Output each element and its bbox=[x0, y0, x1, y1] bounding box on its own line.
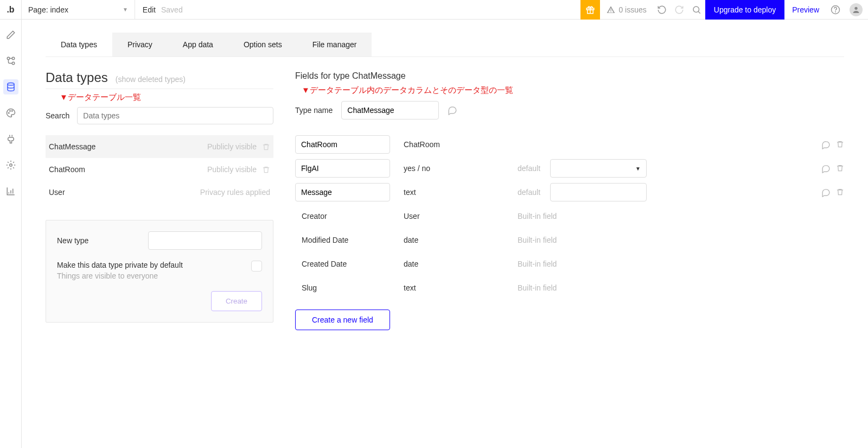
type-row[interactable]: ChatMessagePublicly visible bbox=[46, 135, 273, 158]
page-selector[interactable]: Page: index ▼ bbox=[22, 0, 135, 20]
type-row[interactable]: UserPrivacy rules applied bbox=[46, 181, 273, 204]
field-row: CreatorUserBuilt-in field bbox=[295, 204, 844, 228]
fields-heading: Fields for type ChatMessage bbox=[295, 71, 844, 81]
workflow-icon bbox=[6, 56, 16, 66]
undo-button[interactable] bbox=[653, 0, 671, 20]
tab-file-manager[interactable]: File manager bbox=[297, 33, 372, 56]
new-type-box: New type Make this data type private by … bbox=[46, 220, 273, 323]
type-name-input[interactable] bbox=[341, 101, 439, 119]
field-name-input[interactable] bbox=[295, 183, 390, 201]
type-name: User bbox=[49, 188, 65, 197]
svg-point-2 bbox=[693, 7, 699, 12]
redo-icon bbox=[674, 5, 684, 15]
default-label: default bbox=[518, 188, 550, 197]
field-delete-button[interactable] bbox=[836, 140, 844, 149]
field-type: yes / no bbox=[404, 164, 518, 173]
builtin-label: Built-in field bbox=[518, 283, 557, 292]
default-label: default bbox=[518, 164, 550, 173]
tab-option-sets[interactable]: Option sets bbox=[228, 33, 297, 56]
sidebar-item-plugins[interactable] bbox=[3, 131, 18, 147]
field-type: date bbox=[404, 236, 518, 244]
type-status-text: Publicly visible bbox=[207, 142, 257, 151]
field-name-input[interactable] bbox=[295, 135, 390, 154]
field-name-input[interactable] bbox=[295, 159, 390, 178]
default-input[interactable] bbox=[550, 183, 647, 201]
create-type-button[interactable]: Create bbox=[211, 291, 262, 311]
svg-point-8 bbox=[12, 57, 15, 60]
private-label: Make this data type private by default bbox=[57, 261, 183, 269]
comment-icon bbox=[448, 105, 457, 115]
gift-button[interactable] bbox=[580, 0, 600, 20]
type-row[interactable]: ChatRoomPublicly visible bbox=[46, 158, 273, 181]
issues-count: 0 issues bbox=[618, 5, 646, 14]
svg-point-4 bbox=[835, 11, 836, 12]
show-deleted-link[interactable]: (show deleted types) bbox=[116, 75, 186, 84]
delete-type-button[interactable] bbox=[262, 166, 270, 174]
default-select[interactable]: ▼ bbox=[550, 159, 647, 178]
undo-icon bbox=[657, 5, 667, 15]
type-status-text: Publicly visible bbox=[207, 165, 257, 174]
plugin-icon bbox=[6, 134, 16, 144]
tab-app-data[interactable]: App data bbox=[168, 33, 228, 56]
sidebar-item-workflow[interactable] bbox=[3, 53, 18, 68]
field-list: ChatRoomyes / nodefault▼textdefaultCreat… bbox=[295, 132, 844, 300]
user-avatar[interactable] bbox=[850, 3, 863, 16]
palette-icon bbox=[6, 108, 16, 118]
comment-icon bbox=[821, 164, 831, 173]
search-label: Search bbox=[46, 111, 69, 120]
user-icon bbox=[852, 5, 860, 14]
tab-privacy[interactable]: Privacy bbox=[112, 33, 168, 56]
private-checkbox[interactable] bbox=[251, 261, 262, 272]
upgrade-button[interactable]: Upgrade to deploy bbox=[705, 0, 784, 20]
issues-indicator[interactable]: 0 issues bbox=[600, 5, 653, 14]
comment-button[interactable] bbox=[448, 105, 457, 115]
sidebar-item-data[interactable] bbox=[3, 79, 18, 94]
builtin-label: Built-in field bbox=[518, 212, 557, 220]
field-comment-button[interactable] bbox=[821, 188, 831, 197]
chart-icon bbox=[6, 186, 16, 196]
tab-data-types[interactable]: Data types bbox=[46, 33, 112, 56]
field-name: Creator bbox=[295, 212, 404, 220]
gift-icon bbox=[585, 5, 595, 15]
annotation-right: ▼データテーブル内のデータカラムとそのデータ型の一覧 bbox=[295, 85, 844, 96]
search-button[interactable] bbox=[688, 0, 705, 20]
preview-link[interactable]: Preview bbox=[784, 5, 827, 14]
builtin-label: Built-in field bbox=[518, 236, 557, 244]
help-icon bbox=[831, 5, 840, 15]
private-hint: Things are visible to everyone bbox=[57, 272, 183, 280]
svg-point-10 bbox=[8, 112, 9, 113]
svg-point-6 bbox=[7, 57, 10, 60]
search-input[interactable] bbox=[77, 107, 273, 124]
field-row: SlugtextBuilt-in field bbox=[295, 276, 844, 300]
delete-type-button[interactable] bbox=[262, 143, 270, 151]
create-field-button[interactable]: Create a new field bbox=[295, 310, 390, 330]
type-name: ChatRoom bbox=[49, 165, 85, 174]
main-content: Data types Privacy App data Option sets … bbox=[22, 20, 868, 448]
new-type-input[interactable] bbox=[148, 231, 262, 250]
logo[interactable]: .b bbox=[0, 0, 22, 20]
svg-point-13 bbox=[9, 164, 12, 167]
warning-icon bbox=[607, 5, 615, 14]
fields-panel: Fields for type ChatMessage ▼データテーブル内のデー… bbox=[295, 62, 844, 330]
sidebar-item-logs[interactable] bbox=[3, 184, 18, 199]
sidebar-item-settings[interactable] bbox=[3, 157, 18, 173]
field-row: Created DatedateBuilt-in field bbox=[295, 252, 844, 276]
field-comment-button[interactable] bbox=[821, 164, 831, 173]
field-type: text bbox=[404, 283, 518, 292]
trash-icon bbox=[262, 143, 270, 151]
field-comment-button[interactable] bbox=[821, 140, 831, 149]
help-button[interactable] bbox=[827, 0, 844, 20]
field-delete-button[interactable] bbox=[836, 164, 844, 173]
trash-icon bbox=[836, 188, 844, 196]
svg-point-12 bbox=[11, 111, 12, 112]
page-label: Page: index bbox=[28, 5, 68, 14]
topbar: .b Page: index ▼ Edit Saved 0 issues Upg… bbox=[0, 0, 868, 20]
redo-button[interactable] bbox=[671, 0, 688, 20]
field-delete-button[interactable] bbox=[836, 188, 844, 197]
sidebar-item-design[interactable] bbox=[3, 27, 18, 42]
field-row: textdefault bbox=[295, 180, 844, 204]
sidebar-item-styles[interactable] bbox=[3, 105, 18, 121]
svg-point-11 bbox=[9, 111, 10, 112]
trash-icon bbox=[836, 164, 844, 172]
edit-link[interactable]: Edit bbox=[143, 5, 156, 14]
